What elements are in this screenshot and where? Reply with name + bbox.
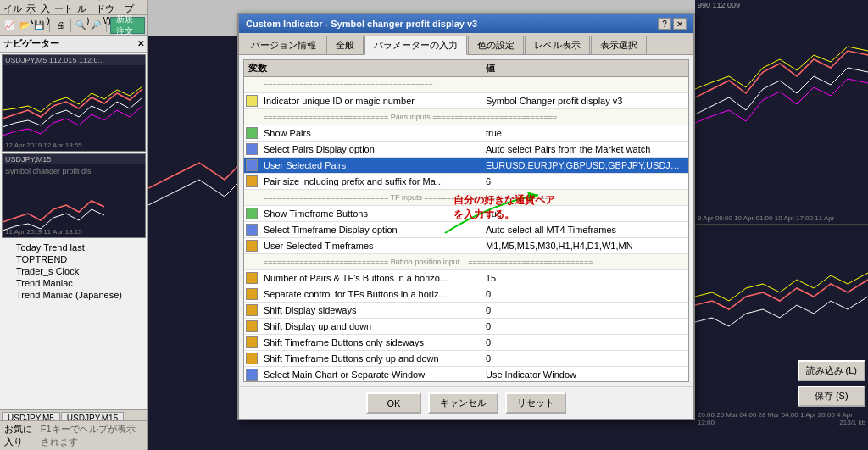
row-icon: [244, 109, 259, 125]
row-name: ============================ TF inputs =…: [259, 192, 689, 203]
row-value[interactable]: EURUSD,EURJPY,GBPUSD,GBPJPY,USDJPY,US...: [481, 159, 688, 171]
row-value: true: [481, 208, 688, 219]
right-chart-panel: 990 112.009 9 Apr 09:00 10 Apr 01:00 10 …: [695, 0, 868, 450]
tab-visualization[interactable]: 表示選択: [591, 36, 647, 54]
row-name: Show Pairs: [259, 127, 481, 139]
toolbar-zoom-out[interactable]: 🔎: [89, 17, 103, 34]
col-header-name: 変数: [244, 60, 481, 76]
row-name: Pair size including prefix and suffix fo…: [259, 175, 481, 187]
row-icon: [244, 206, 259, 221]
toolbar-zoom-in[interactable]: 🔍: [74, 17, 87, 34]
row-icon: [244, 77, 259, 92]
nav-item-2[interactable]: TOPTREND: [3, 253, 144, 265]
table-row[interactable]: Select Main Chart or Separate WindowUse …: [244, 367, 688, 382]
row-name: Shift Display sideways: [259, 304, 481, 316]
tab-version[interactable]: バージョン情報: [242, 36, 326, 54]
dialog-help-btn[interactable]: ?: [658, 18, 671, 30]
table-row[interactable]: Select Pairs Display optionAuto select P…: [244, 142, 688, 158]
toolbar-open[interactable]: 📂: [18, 17, 31, 34]
row-value: 6: [481, 175, 688, 187]
status-size: 213/1 kb: [839, 419, 865, 426]
row-icon: [244, 335, 259, 350]
chart-thumbnail-2[interactable]: USDJPY,M15 Symbol changer profit dis 11 …: [2, 153, 146, 238]
row-value: Symbol Changer profit display v3: [481, 95, 688, 107]
table-row[interactable]: User Selected TimeframesM1,M5,M15,M30,H1…: [244, 238, 688, 254]
row-name: Separate control for TFs Buttons in a ho…: [259, 288, 481, 300]
table-row[interactable]: ============================ Button posi…: [244, 254, 688, 270]
row-value: true: [481, 127, 688, 139]
nav-item-3[interactable]: Trader_s Clock: [3, 265, 144, 277]
dialog-close-btn[interactable]: ✕: [673, 18, 687, 30]
table-row[interactable]: Shift Timeframe Buttons only up and down…: [244, 351, 688, 367]
table-header: 変数 値: [243, 59, 689, 77]
save-button[interactable]: 保存 (S): [798, 386, 866, 407]
table-row[interactable]: Shift Timeframe Buttons only sideways0: [244, 335, 688, 351]
toolbar-order[interactable]: 新規注文: [110, 17, 145, 34]
table-row[interactable]: Pair size including prefix and suffix fo…: [244, 174, 688, 190]
row-name: Select Timeframe Display option: [259, 224, 481, 236]
row-value: 15: [481, 272, 688, 284]
toolbar-save[interactable]: 💾: [33, 17, 47, 34]
row-value: M1,M5,M15,M30,H1,H4,D1,W1,MN: [481, 240, 688, 252]
dialog-content: 変数 値 ===================================…: [239, 55, 693, 386]
row-icon: [244, 303, 259, 318]
table-row[interactable]: Indicator unique ID or magic numberSymbo…: [244, 93, 688, 109]
row-value: Auto select all MT4 Timeframes: [481, 224, 688, 236]
row-name: ============================ Pairs input…: [259, 112, 689, 122]
row-name: Select Main Chart or Separate Window: [259, 369, 481, 381]
row-value: 0: [481, 304, 688, 316]
row-name: Indicator unique ID or magic number: [259, 95, 481, 107]
dialog-footer: OK キャンセル リセット: [239, 386, 693, 419]
nav-item-4[interactable]: Trend Maniac: [3, 277, 144, 289]
table-row[interactable]: Shift Display sideways0: [244, 303, 688, 319]
table-row[interactable]: Show Pairstrue: [244, 125, 688, 142]
chart-thumbnail-1[interactable]: USDJPY,M5 112.015 112.0... 12 Apr 2019 1…: [2, 54, 146, 152]
chart1-title: USDJPY,M5 112.015 112.0...: [3, 55, 145, 65]
table-row[interactable]: Separate control for TFs Buttons in a ho…: [244, 286, 688, 303]
bottom-label: お気に入り: [4, 423, 41, 448]
row-icon: [244, 351, 259, 366]
load-button[interactable]: 読み込み (L): [798, 360, 866, 381]
row-name: Show Timeframe Buttons: [259, 208, 481, 219]
table-row[interactable]: Number of Pairs & TF's Buttons in a hori…: [244, 270, 688, 286]
row-value: 0: [481, 353, 688, 364]
row-icon: [244, 254, 259, 269]
tab-levels[interactable]: レベル表示: [525, 36, 590, 54]
tab-parameters[interactable]: パラメーターの入力: [364, 36, 467, 55]
nav-item-1[interactable]: Today Trend last: [3, 242, 144, 253]
row-icon: [244, 238, 259, 253]
row-name: Shift Timeframe Buttons only sideways: [259, 336, 481, 348]
navigator-panel: ファイル(F) 表示(V) 挿入(I) チャート(H) ツール(T) ウィンドウ…: [0, 0, 148, 450]
table-row[interactable]: Shift Display up and down0: [244, 319, 688, 335]
toolbar-print[interactable]: 🖨: [53, 17, 67, 34]
table-row[interactable]: Show Timeframe Buttonstrue: [244, 206, 688, 222]
col-header-value: 値: [481, 60, 688, 76]
right-chart1-info: 990 112.009: [695, 0, 868, 10]
right-chart2-info: [695, 225, 868, 226]
row-icon: [244, 142, 259, 157]
table-row[interactable]: ============================ Pairs input…: [244, 109, 688, 125]
row-icon: [244, 319, 259, 334]
row-name: Select Pairs Display option: [259, 143, 481, 155]
toolbar-new[interactable]: 📈: [3, 17, 16, 34]
reset-button[interactable]: リセット: [505, 392, 566, 414]
table-row[interactable]: ======================================: [244, 77, 688, 93]
nav-item-5[interactable]: Trend Maniac (Japanese): [3, 289, 144, 301]
row-icon: [244, 93, 259, 108]
dialog-title: Custom Indicator - Symbol changer profit…: [246, 19, 477, 29]
table-body[interactable]: ======================================In…: [243, 77, 689, 382]
ok-button[interactable]: OK: [366, 392, 421, 414]
table-row[interactable]: Select Timeframe Display optionAuto sele…: [244, 222, 688, 238]
row-icon: [244, 286, 259, 302]
table-row[interactable]: ============================ TF inputs =…: [244, 190, 688, 206]
cancel-button[interactable]: キャンセル: [428, 392, 498, 414]
tab-colors[interactable]: 色の設定: [468, 36, 524, 54]
tab-general[interactable]: 全般: [326, 36, 364, 54]
row-name: Number of Pairs & TF's Buttons in a hori…: [259, 272, 481, 284]
row-icon: [244, 174, 259, 189]
row-value: 0: [481, 288, 688, 300]
row-name: User Selected Timeframes: [259, 240, 481, 252]
row-icon: [244, 367, 259, 382]
table-row[interactable]: User Selected PairsEURUSD,EURJPY,GBPUSD,…: [244, 158, 688, 174]
row-value: 0: [481, 336, 688, 348]
